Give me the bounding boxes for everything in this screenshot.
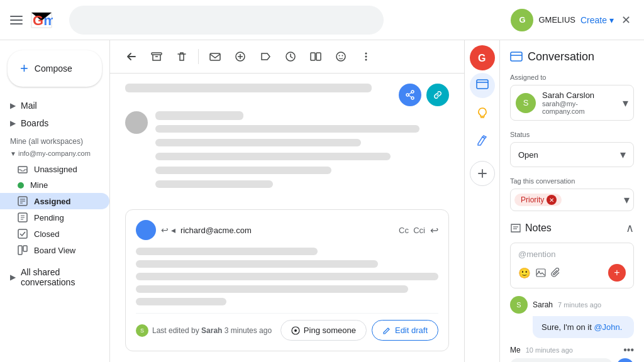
- assignee-email: sarah@my-company.com: [542, 100, 616, 115]
- sidebar-item-board-view[interactable]: Board View: [0, 242, 109, 258]
- assigned-label: Assigned: [34, 197, 71, 206]
- sender-avatar: [125, 111, 148, 134]
- attachment-icon[interactable]: [551, 268, 561, 278]
- toolbar-divider-1: [198, 49, 199, 64]
- create-button[interactable]: Create ▾: [580, 15, 614, 25]
- assigned-icon: [18, 196, 28, 206]
- sarah-note-time: 7 minutes ago: [558, 301, 601, 309]
- sarah-note-bubble: Sure, I'm on it @John.: [533, 316, 634, 338]
- priority-tag-remove[interactable]: ✕: [547, 195, 557, 205]
- reply-sender-avatar: [136, 220, 156, 240]
- image-icon[interactable]: [536, 268, 546, 278]
- edit-draft-button[interactable]: Edit draft: [372, 320, 438, 341]
- archive-button[interactable]: [145, 45, 168, 68]
- center-icons-panel: G: [464, 40, 499, 362]
- conversation-icon: [476, 79, 489, 92]
- assignee-info: Sarah Carslon sarah@my-company.com: [542, 90, 616, 115]
- status-label: Status: [510, 131, 634, 138]
- close-button[interactable]: ✕: [619, 13, 634, 28]
- email-header-area: [110, 74, 464, 111]
- notes-submit-button[interactable]: +: [608, 264, 626, 282]
- assignee-dropdown[interactable]: S Sarah Carslon sarah@my-company.com ▾: [510, 85, 634, 121]
- tag-label: Tag this conversation: [510, 177, 634, 185]
- conversation-panel-icon: [510, 51, 523, 63]
- reply-forward-icon: ↩: [430, 224, 438, 236]
- notes-input-area[interactable]: @mention 🙂 +: [510, 243, 634, 288]
- pending-icon: [18, 212, 28, 222]
- compose-button[interactable]: + Compose: [8, 50, 102, 87]
- reply-to-address: richard@acme.com: [180, 226, 252, 235]
- gmelius-icon-btn[interactable]: G: [470, 45, 495, 70]
- sidebar-item-assigned[interactable]: Assigned: [0, 193, 109, 209]
- status-section: Status Open ▾: [510, 131, 634, 167]
- clock-button[interactable]: [279, 45, 302, 68]
- svg-point-31: [294, 329, 297, 332]
- columns-button[interactable]: [304, 45, 327, 68]
- share-icon-circle[interactable]: [399, 84, 421, 106]
- status-value: Open: [518, 150, 538, 160]
- cc-bcc-label: Cc Cci: [399, 226, 425, 235]
- compose-label: Compose: [35, 63, 72, 74]
- svg-rect-17: [311, 53, 315, 60]
- me-note-author: Me: [510, 346, 521, 354]
- sidebar-item-mine[interactable]: Mine: [0, 177, 109, 193]
- svg-point-25: [411, 90, 414, 93]
- assignee-avatar: S: [516, 93, 536, 113]
- svg-rect-18: [316, 53, 321, 60]
- sarah-note-author: Sarah: [533, 300, 553, 309]
- svg-point-23: [365, 56, 367, 58]
- svg-point-19: [336, 52, 345, 61]
- svg-rect-33: [477, 80, 488, 89]
- user-avatar[interactable]: G: [511, 9, 533, 31]
- right-panel-header: Conversation: [510, 50, 634, 63]
- hamburger-icon[interactable]: [10, 16, 23, 25]
- me-avatar: Me: [616, 358, 634, 362]
- right-panel: Conversation Assigned to S Sarah Carslon…: [499, 40, 644, 362]
- emoji-button[interactable]: [330, 45, 352, 68]
- sidebar-item-boards[interactable]: ▶ Boards: [0, 114, 109, 132]
- edit-icon: [382, 326, 391, 335]
- gmail-logo: Gmail: [30, 9, 57, 31]
- sidebar-item-mail-label: Mail: [21, 101, 37, 111]
- svg-rect-42: [536, 269, 545, 277]
- search-bar[interactable]: [69, 6, 384, 35]
- assignee-name: Sarah Carslon: [542, 90, 616, 100]
- pending-label: Pending: [34, 213, 64, 222]
- reply-footer: S Last edited by Sarah 3 minutes ago Pin…: [136, 313, 438, 341]
- tag-input[interactable]: Priority ✕ ▾: [510, 189, 634, 211]
- add-integration-button[interactable]: [470, 161, 495, 186]
- note-options-button[interactable]: •••: [623, 344, 634, 356]
- all-shared-label: All shared conversations: [21, 267, 99, 287]
- editor-avatar: S: [136, 324, 148, 337]
- label-button[interactable]: [254, 45, 277, 68]
- email-button[interactable]: [204, 45, 226, 68]
- sender-info: [155, 111, 449, 194]
- ping-someone-button[interactable]: Ping someone: [280, 320, 367, 341]
- sarah-note-avatar: S: [510, 296, 528, 314]
- reply-buttons: Ping someone Edit draft: [280, 320, 438, 341]
- sidebar-item-all-shared[interactable]: ▶ All shared conversations: [0, 263, 109, 291]
- assignee-section: Assigned to S Sarah Carslon sarah@my-com…: [510, 74, 634, 121]
- notes-collapse-button[interactable]: ∧: [626, 221, 634, 235]
- back-button[interactable]: [120, 45, 143, 68]
- emoji-icon[interactable]: 🙂: [518, 267, 531, 279]
- pencil-icon-btn[interactable]: [470, 128, 495, 153]
- conversation-icon-btn[interactable]: [470, 73, 495, 98]
- sidebar-item-mail[interactable]: ▶ Mail: [0, 97, 109, 114]
- more-button[interactable]: [355, 45, 377, 68]
- svg-text:G: G: [478, 53, 486, 63]
- sidebar-item-closed[interactable]: Closed: [0, 226, 109, 242]
- link-icon-circle[interactable]: [426, 84, 449, 106]
- svg-point-22: [365, 53, 367, 55]
- tag-section: Tag this conversation Priority ✕ ▾: [510, 177, 634, 211]
- tag-button[interactable]: [229, 45, 252, 68]
- sidebar-item-unassigned[interactable]: Unassigned: [0, 161, 109, 177]
- header-right: G GMELIUS Create ▾ ✕: [511, 9, 634, 31]
- email-content: ↩ ◂ richard@acme.com Cc Cci ↩ S Last edi…: [110, 74, 464, 362]
- assignee-dropdown-arrow: ▾: [623, 96, 628, 110]
- lightbulb-icon-btn[interactable]: [470, 101, 495, 126]
- delete-button[interactable]: [170, 45, 193, 68]
- status-dropdown[interactable]: Open ▾: [510, 142, 634, 167]
- sidebar-item-pending[interactable]: Pending: [0, 209, 109, 226]
- svg-line-29: [409, 96, 411, 97]
